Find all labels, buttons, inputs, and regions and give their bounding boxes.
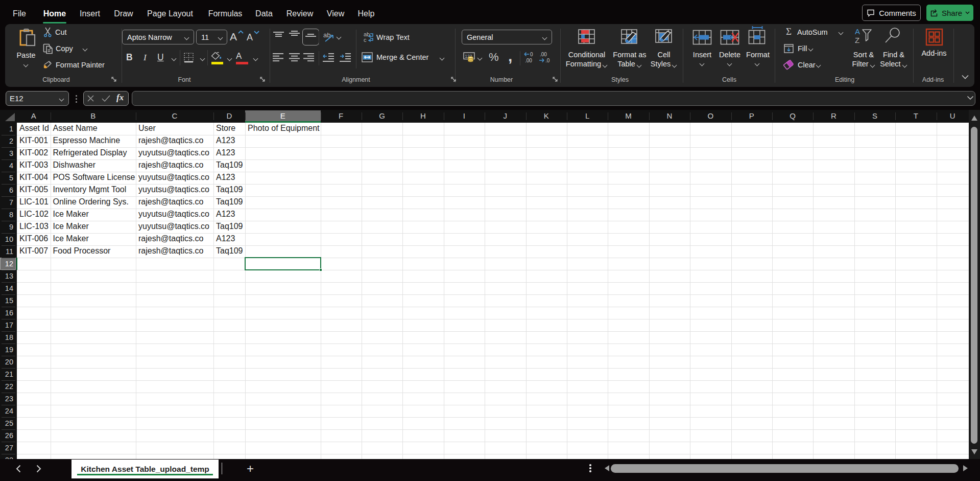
svg-text:0: 0 [530,52,533,57]
svg-text:A: A [855,27,860,36]
svg-text:.0: .0 [545,58,550,63]
svg-text:Z: Z [855,36,859,44]
svg-text:.00: .00 [525,58,532,63]
svg-text:c: c [364,37,367,43]
svg-text:.00: .00 [540,52,547,57]
